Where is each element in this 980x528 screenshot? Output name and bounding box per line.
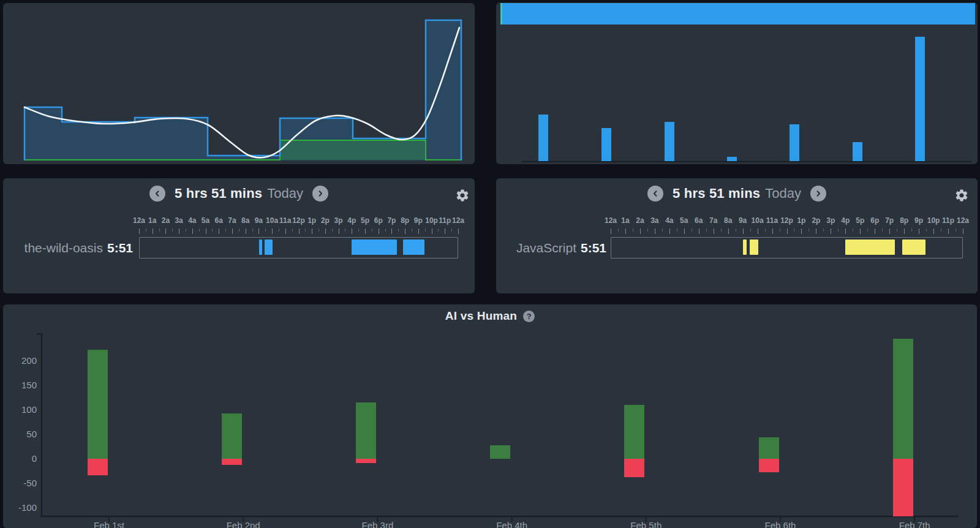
green-bar-Feb 4th — [490, 445, 510, 459]
y-tick-label-150: 150 — [21, 380, 37, 390]
y-tick-label-200: 200 — [21, 355, 37, 366]
x-label-Feb 7th: Feb 7th — [899, 520, 930, 528]
y-tick-label-50: 50 — [26, 429, 37, 439]
axis-tick — [963, 228, 963, 234]
activity-step-chart — [3, 3, 475, 164]
axis-tick — [305, 228, 306, 232]
daily-bar-5 — [790, 124, 799, 161]
axis-tick — [611, 228, 611, 234]
hour-label-3p-15: 3p — [334, 216, 343, 225]
daily-bar-7 — [915, 37, 925, 161]
hour-label-11p-23: 11p — [439, 216, 451, 225]
y-tick-label-100: 100 — [21, 404, 37, 415]
axis-tick — [358, 228, 359, 232]
axis-tick — [352, 228, 352, 234]
activity-block-2 — [750, 239, 758, 255]
axis-tick — [172, 228, 173, 232]
hour-label-2p-14: 2p — [812, 216, 820, 225]
axis-tick — [941, 228, 941, 232]
axis-tick — [232, 228, 233, 234]
axis-tick — [345, 228, 345, 232]
red-bar-Feb 1st — [88, 459, 108, 475]
hour-label-12p-12: 12p — [780, 216, 793, 225]
axis-tick — [787, 228, 788, 234]
daily-bar-3 — [665, 122, 674, 161]
axis-tick — [212, 228, 213, 232]
next-period-button[interactable] — [312, 186, 328, 202]
ai-vs-human-chart: 200150100500-50-100Feb 1stFeb 2ndFeb 3rd… — [3, 304, 977, 528]
timeline-axis: 12a1a2a3a4a5a6a7a8a9a10a11a12p1p2p3p4p5p… — [611, 216, 963, 284]
hour-label-12a-0: 12a — [605, 216, 617, 225]
axis-tick — [758, 228, 758, 234]
axis-tick — [432, 228, 432, 234]
y-tick-label--50: -50 — [23, 478, 37, 488]
axis-tick — [225, 228, 226, 232]
next-period-button[interactable] — [810, 186, 826, 202]
axis-tick — [179, 228, 179, 234]
settings-gear-icon[interactable] — [954, 188, 969, 203]
axis-tick — [956, 228, 956, 232]
hour-label-1p-13: 1p — [307, 216, 316, 225]
axis-tick — [625, 228, 626, 234]
x-label-Feb 5th: Feb 5th — [630, 520, 662, 528]
axis-tick — [933, 228, 934, 234]
axis-tick — [159, 228, 160, 232]
duration-value: 5 hrs 51 mins — [673, 186, 760, 201]
axis-tick — [655, 228, 655, 234]
axis-tick — [662, 228, 663, 232]
hour-label-11p-23: 11p — [942, 216, 954, 225]
daily-bar-2 — [601, 128, 611, 161]
x-label-Feb 3rd: Feb 3rd — [362, 520, 394, 528]
timeline-track — [139, 237, 458, 258]
hour-label-9a-9: 9a — [255, 216, 263, 225]
axis-tick — [192, 228, 193, 234]
dashboard: { "headers": { "left": { "time": "5 hrs … — [0, 0, 980, 528]
duration-period: Today — [765, 186, 801, 201]
duration-period: Today — [267, 186, 303, 201]
axis-tick — [845, 228, 846, 234]
hour-label-11a-11: 11a — [279, 216, 291, 225]
axis-tick — [299, 228, 300, 234]
axis-tick — [139, 228, 140, 234]
hour-label-5p-17: 5p — [361, 216, 369, 225]
panel-daily-bars-chart — [496, 2, 978, 164]
hour-label-7p-19: 7p — [885, 216, 894, 225]
axis-tick — [911, 228, 912, 232]
hour-label-10p-22: 10p — [927, 216, 940, 225]
settings-gear-icon[interactable] — [455, 188, 470, 203]
axis-tick — [823, 228, 824, 232]
prev-period-button[interactable] — [647, 186, 663, 202]
axis-tick — [385, 228, 386, 232]
hour-label-12a-24: 12a — [452, 216, 464, 225]
axis-tick — [831, 228, 831, 234]
axis-tick — [458, 228, 459, 234]
panel-activity-step-chart — [3, 3, 475, 164]
hour-label-5a-5: 5a — [202, 216, 209, 225]
green-bar-Feb 1st — [88, 350, 108, 459]
hour-label-8p-20: 8p — [900, 216, 908, 225]
hour-label-4p-16: 4p — [347, 216, 356, 225]
hour-label-12a-24: 12a — [957, 216, 969, 225]
hour-label-9p-21: 9p — [414, 216, 423, 225]
panel-timeline-project: 5 hrs 51 minsToday the-wild-oasis5:51 12… — [3, 178, 475, 293]
green-bar-Feb 6th — [759, 437, 779, 459]
axis-tick — [816, 228, 816, 234]
red-bar-Feb 5th — [624, 459, 644, 477]
axis-tick — [325, 228, 326, 234]
axis-tick — [684, 228, 685, 234]
prev-period-button[interactable] — [149, 186, 165, 202]
axis-tick — [838, 228, 839, 232]
axis-tick — [633, 228, 633, 232]
hour-label-1a-1: 1a — [621, 216, 629, 225]
activity-block-2 — [265, 239, 273, 255]
axis-tick — [750, 228, 751, 232]
panel-ai-vs-human: AI vs Human ? 200150100500-50-100Feb 1st… — [3, 304, 977, 528]
chevron-right-icon — [814, 189, 823, 198]
axis-tick — [692, 228, 692, 232]
daily-bar-6 — [853, 142, 862, 161]
red-bar-Feb 7th — [893, 459, 913, 516]
axis-tick — [780, 228, 780, 232]
axis-tick — [860, 228, 861, 234]
axis-tick — [405, 228, 405, 234]
chevron-left-icon — [651, 189, 660, 198]
